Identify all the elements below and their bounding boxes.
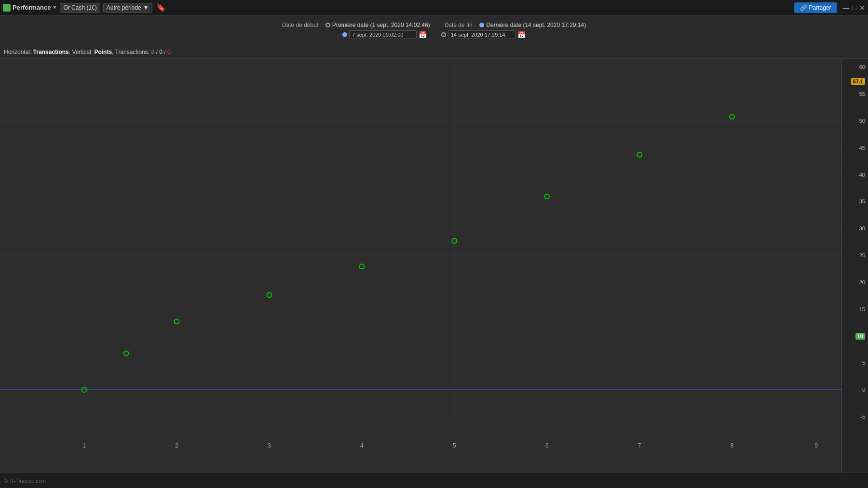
- start-date-input-group: 📅: [342, 30, 427, 39]
- x-label-9: 9: [814, 442, 818, 449]
- end-radio-option2[interactable]: 📅: [441, 30, 526, 39]
- y-label-neg5: -5: [860, 414, 865, 420]
- end-date-input[interactable]: [448, 30, 515, 39]
- x-label-4: 4: [360, 442, 364, 449]
- y-label-5: 5: [862, 360, 865, 366]
- datapoint-2[interactable]: [124, 351, 129, 356]
- y-label-55: 55: [859, 91, 865, 97]
- period-label: Autre période: [107, 4, 141, 11]
- date-row-top: Date de début : Première date (1 sept. 2…: [0, 22, 868, 28]
- x-label-8: 8: [731, 442, 734, 449]
- transactions-label: , Transactions:: [112, 49, 151, 55]
- count-red: 0: [167, 49, 171, 55]
- y-label-25: 25: [859, 252, 865, 258]
- minimize-button[interactable]: —: [843, 4, 850, 12]
- y-label-50: 50: [859, 118, 865, 124]
- count-white: 0: [159, 49, 163, 55]
- y-label-20: 20: [859, 279, 865, 285]
- close-button[interactable]: ✕: [859, 4, 865, 12]
- start-date-label: Date de début :: [282, 22, 322, 28]
- chart-area: 1 2 3 4 5 6 7 8 9 60 57.1 55 50 45 40 35…: [0, 59, 868, 473]
- infobar: Horizontal: Transactions, Vertical: Poin…: [0, 45, 868, 59]
- footer-copyright: © IT-Finance.com: [4, 478, 46, 484]
- separator2: /: [163, 49, 167, 55]
- chart-svg: 1 2 3 4 5 6 7 8 9: [0, 59, 841, 473]
- y-label-40: 40: [859, 172, 865, 178]
- footer: © IT-Finance.com: [0, 473, 868, 488]
- start-date-input[interactable]: [349, 30, 417, 39]
- infobar-text: Horizontal: Transactions, Vertical: Poin…: [4, 49, 171, 55]
- start-radio-option1[interactable]: Première date (1 sept. 2020 14:02:46): [326, 22, 430, 28]
- start-calendar-icon[interactable]: 📅: [419, 31, 427, 39]
- horizontal-label: Horizontal:: [4, 49, 33, 55]
- share-icon: 🔗: [800, 4, 807, 11]
- period-selector[interactable]: Autre période ▼: [103, 3, 152, 13]
- instrument-label[interactable]: Or Cash (1€): [60, 3, 100, 13]
- end-date-group: Date de fin : Dernière date (14 sept. 20…: [445, 22, 586, 28]
- y-axis: 60 57.1 55 50 45 40 35 30 25 20 15 10 5 …: [841, 59, 868, 473]
- horizontal-value: Transactions: [33, 49, 69, 55]
- x-label-1: 1: [82, 442, 86, 449]
- title-dropdown-icon[interactable]: ▼: [52, 5, 57, 10]
- y-label-45: 45: [859, 145, 865, 151]
- x-label-2: 2: [175, 442, 178, 449]
- y-label-30: 30: [859, 225, 865, 231]
- app-title: Performance: [13, 4, 51, 11]
- start-radio1-text: Première date (1 sept. 2020 14:02:46): [332, 22, 430, 28]
- app-icon: [3, 4, 11, 12]
- bookmark-button[interactable]: 🔖: [156, 3, 166, 12]
- period-dropdown-icon[interactable]: ▼: [143, 4, 149, 11]
- y-label-35: 35: [859, 198, 865, 204]
- x-label-3: 3: [268, 442, 271, 449]
- start-date-group: Date de début : Première date (1 sept. 2…: [282, 22, 430, 28]
- start-radio2-dot: [342, 32, 347, 37]
- vertical-separator: , Vertical:: [69, 49, 95, 55]
- titlebar: Performance ▼ Or Cash (1€) Autre période…: [0, 0, 868, 15]
- x-label-6: 6: [545, 442, 549, 449]
- share-label: Partager: [809, 4, 831, 11]
- y-label-571-highlight: 57.1: [851, 78, 865, 85]
- share-button[interactable]: 🔗 Partager: [794, 2, 837, 13]
- y-label-15: 15: [859, 306, 865, 312]
- x-label-7: 7: [638, 442, 641, 449]
- end-radio-option1[interactable]: Dernière date (14 sept. 2020 17:29:14): [479, 22, 586, 28]
- start-radio1-dot: [326, 23, 330, 27]
- end-radio2-dot: [441, 32, 446, 37]
- y-label-10-highlight: 10: [855, 333, 865, 340]
- end-date-input-group: 📅: [441, 30, 526, 39]
- end-radio1-text: Dernière date (14 sept. 2020 17:29:14): [486, 22, 586, 28]
- vertical-value: Points: [94, 49, 112, 55]
- y-label-0: 0: [862, 387, 865, 393]
- datebar: Date de début : Première date (1 sept. 2…: [0, 15, 868, 45]
- x-label-5: 5: [453, 442, 456, 449]
- window-controls: — □ ✕: [843, 4, 865, 12]
- date-row-bottom: 📅 📅: [0, 30, 868, 39]
- end-radio1-dot: [479, 23, 484, 27]
- end-calendar-icon[interactable]: 📅: [517, 31, 526, 39]
- start-radio-option2[interactable]: 📅: [342, 30, 427, 39]
- maximize-button[interactable]: □: [853, 4, 856, 12]
- separator1: /: [154, 49, 159, 55]
- end-date-label: Date de fin :: [445, 22, 476, 28]
- y-label-60: 60: [859, 64, 865, 70]
